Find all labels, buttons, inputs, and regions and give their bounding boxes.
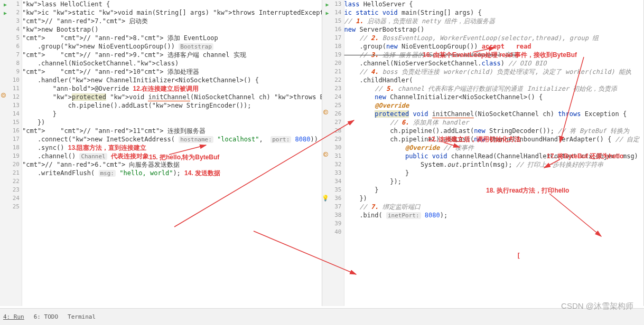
left-gutter: ▶1▶234567891011o121314151617181920212223… [0,0,22,306]
right-editor-pane[interactable]: ▶13▶141516171819202122232425o2627282930o… [322,0,645,306]
watermark: CSDN @沐雪架构师 [561,301,633,311]
left-code[interactable]: "kw">lass HelloClient {"kw">ic "kw">stat… [22,0,322,211]
right-gutter: ▶13▶141516171819202122232425o2627282930o… [322,0,344,306]
tab-terminal[interactable]: Terminal [68,313,96,320]
tab-todo[interactable]: 6: TODO [34,313,58,320]
tab-run[interactable]: 4: Run [3,313,24,320]
right-code[interactable]: lass HelloServer {ic static void main(St… [344,0,644,236]
left-editor-pane[interactable]: ▶1▶234567891011o121314151617181920212223… [0,0,322,306]
bottom-tool-tabs: 4: Run 6: TODO Terminal [0,308,644,325]
